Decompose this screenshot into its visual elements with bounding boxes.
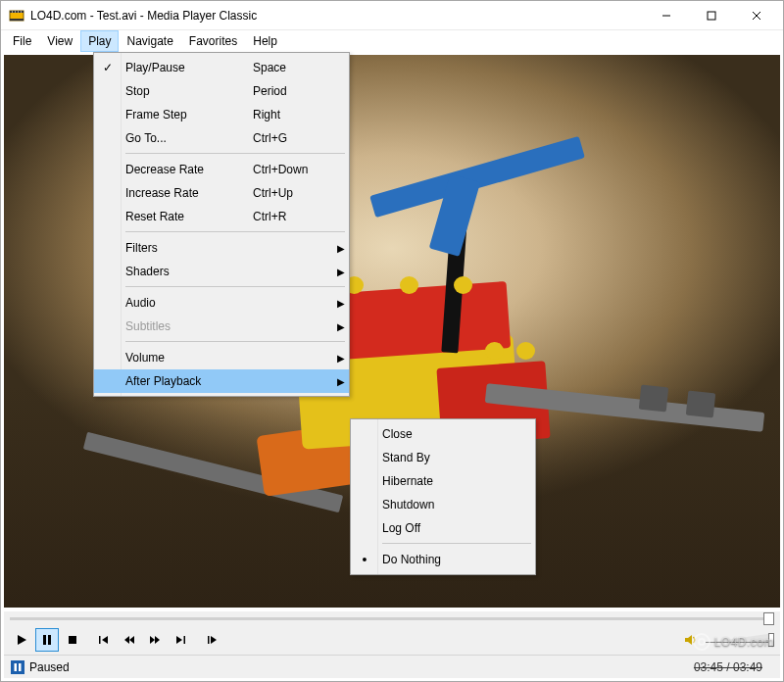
svg-rect-3 [12,11,13,12]
menu-file[interactable]: File [5,30,39,52]
skip-back-button[interactable] [92,628,116,652]
menu-separator [94,150,349,158]
titlebar: LO4D.com - Test.avi - Media Player Class… [1,1,783,30]
svg-rect-28 [19,663,22,671]
svg-rect-8 [708,12,715,20]
menu-separator [94,283,349,291]
submenu-item-log-off[interactable]: Log Off [351,516,535,540]
svg-rect-14 [69,636,76,644]
svg-marker-19 [150,636,155,644]
svg-rect-27 [15,663,18,671]
submenu-item-close[interactable]: Close [351,422,535,446]
submenu-item-do-nothing[interactable]: •Do Nothing [351,548,535,571]
submenu-item-label: Hibernate [378,474,535,488]
menu-item-shortcut: Period [253,84,333,98]
watermark: LO4D.com [693,633,774,651]
menu-item-play-pause[interactable]: ✓Play/PauseSpace [94,56,349,79]
menu-item-shortcut: Ctrl+R [253,210,333,223]
stop-button[interactable] [61,628,84,652]
forward-button[interactable] [143,628,167,652]
frame-step-button[interactable] [200,628,223,652]
menu-help[interactable]: Help [245,30,285,52]
menu-item-reset-rate[interactable]: Reset RateCtrl+R [94,205,349,228]
svg-rect-15 [99,636,101,644]
submenu-item-stand-by[interactable]: Stand By [351,446,535,469]
menu-item-label: Filters [122,241,253,255]
seek-thumb[interactable] [763,612,774,625]
svg-rect-13 [48,635,51,645]
menubar: File View Play Navigate Favorites Help [1,30,783,52]
menu-item-after-playback[interactable]: After Playback▶ [94,369,349,393]
status-text: Paused [29,660,694,674]
submenu-item-label: Close [378,427,535,441]
check-icon: ✓ [94,61,122,74]
transport-controls [4,625,780,655]
menu-item-label: Volume [122,351,253,365]
menu-item-shortcut: Ctrl+Up [253,186,333,200]
menu-item-label: Decrease Rate [122,163,253,176]
svg-rect-22 [184,636,186,644]
maximize-button[interactable] [689,2,734,29]
status-pause-icon [10,659,25,675]
menu-view[interactable]: View [39,30,80,52]
menu-item-stop[interactable]: StopPeriod [94,79,349,103]
menu-item-label: Shaders [122,265,253,278]
submenu-arrow-icon: ▶ [333,353,349,364]
svg-marker-25 [685,635,692,645]
menu-play[interactable]: Play [80,30,119,52]
submenu-item-label: Shutdown [378,498,535,512]
submenu-arrow-icon: ▶ [333,376,349,387]
menu-item-shortcut: Right [253,108,333,122]
minimize-button[interactable] [644,2,689,29]
after-playback-submenu: CloseStand ByHibernateShutdownLog Off•Do… [350,418,536,575]
submenu-item-shutdown[interactable]: Shutdown [351,493,535,516]
menu-item-label: Reset Rate [122,210,253,223]
submenu-item-label: Do Nothing [378,553,535,566]
menu-item-shortcut: Ctrl+Down [253,163,333,176]
svg-rect-2 [10,19,24,21]
close-button[interactable] [734,2,779,29]
menu-item-decrease-rate[interactable]: Decrease RateCtrl+Down [94,158,349,181]
menu-item-go-to[interactable]: Go To...Ctrl+G [94,126,349,150]
svg-rect-23 [208,636,210,644]
menu-item-volume[interactable]: Volume▶ [94,346,349,369]
seek-bar[interactable] [4,610,780,625]
submenu-arrow-icon: ▶ [333,243,349,254]
svg-marker-18 [129,636,134,644]
svg-marker-24 [211,636,217,644]
svg-marker-16 [102,636,108,644]
menu-item-label: Subtitles [122,319,253,333]
submenu-arrow-icon: ▶ [333,321,349,332]
menu-item-increase-rate[interactable]: Increase RateCtrl+Up [94,181,349,205]
submenu-item-label: Stand By [378,451,535,464]
play-dropdown: ✓Play/PauseSpaceStopPeriodFrame StepRigh… [93,52,350,397]
skip-forward-button[interactable] [169,628,192,652]
menu-navigate[interactable]: Navigate [119,30,180,52]
watermark-text: LO4D.com [714,635,774,649]
status-bar: Paused 03:45 / 03:49 [4,655,780,678]
menu-item-shaders[interactable]: Shaders▶ [94,260,349,283]
menu-item-frame-step[interactable]: Frame StepRight [94,103,349,126]
submenu-item-label: Log Off [378,521,535,535]
app-icon [9,8,24,24]
menu-favorites[interactable]: Favorites [181,30,245,52]
watermark-icon [693,633,710,651]
rewind-button[interactable] [118,628,141,652]
menu-item-audio[interactable]: Audio▶ [94,291,349,315]
bullet-icon: • [351,555,378,564]
submenu-arrow-icon: ▶ [333,298,349,309]
menu-separator [351,540,535,548]
svg-marker-20 [155,636,160,644]
pause-button[interactable] [35,628,59,652]
menu-item-label: Stop [122,84,253,98]
submenu-item-hibernate[interactable]: Hibernate [351,469,535,493]
svg-marker-11 [18,635,26,645]
play-button[interactable] [10,628,33,652]
menu-item-label: After Playback [122,374,253,388]
svg-rect-12 [43,635,46,645]
menu-item-label: Audio [122,296,253,310]
status-time: 03:45 / 03:49 [694,660,762,674]
menu-item-label: Increase Rate [122,186,253,200]
menu-item-filters[interactable]: Filters▶ [94,236,349,260]
menu-item-shortcut: Space [253,61,333,74]
